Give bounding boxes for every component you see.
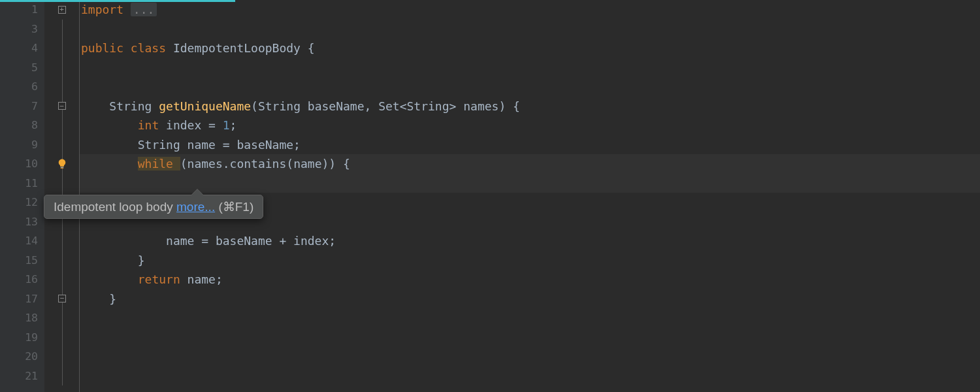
folded-region[interactable]: ... [131, 3, 157, 16]
code-line: String getUniqueName(String baseName, Se… [80, 97, 980, 116]
tooltip-shortcut: (⌘F1) [215, 200, 253, 214]
code-line [80, 367, 980, 386]
lightbulb-icon[interactable] [56, 158, 68, 170]
code-line [80, 77, 980, 97]
code-line [80, 174, 980, 193]
code-editor[interactable]: 1 3 4 5 6 7 8 9 10 11 12 13 14 15 16 17 … [0, 0, 980, 392]
line-number: 20 [0, 347, 38, 367]
code-line [80, 308, 980, 328]
code-line: import ... [80, 0, 980, 20]
code-line [80, 20, 980, 39]
line-number: 7 [0, 97, 38, 116]
line-number: 3 [0, 20, 38, 39]
line-number: 15 [0, 251, 38, 270]
line-number: 14 [0, 231, 38, 251]
code-line: while (names.contains(name)) { [80, 154, 980, 174]
code-line: name = baseName + index; [80, 231, 980, 251]
line-number: 11 [0, 174, 38, 193]
line-number: 6 [0, 77, 38, 97]
line-number-gutter: 1 3 4 5 6 7 8 9 10 11 12 13 14 15 16 17 … [0, 0, 44, 392]
code-line [80, 58, 980, 78]
fold-expand-icon[interactable] [58, 6, 66, 14]
line-number: 10 [0, 154, 38, 174]
line-number: 12 [0, 193, 38, 212]
line-number: 19 [0, 328, 38, 348]
code-line: } [80, 251, 980, 270]
code-line: int index = 1; [80, 116, 980, 135]
line-number: 18 [0, 308, 38, 328]
svg-rect-0 [61, 167, 64, 168]
line-number: 13 [0, 212, 38, 232]
code-line [80, 328, 980, 348]
inspection-warning[interactable]: while [138, 157, 180, 171]
line-number: 5 [0, 58, 38, 78]
line-number: 8 [0, 116, 38, 135]
line-number: 9 [0, 135, 38, 155]
code-line: return name; [80, 270, 980, 289]
inspection-tooltip: Idempotent loop body more... (⌘F1) [44, 195, 263, 219]
line-number: 21 [0, 367, 38, 386]
line-number: 4 [0, 39, 38, 58]
code-line: } [80, 289, 980, 309]
tooltip-more-link[interactable]: more... [176, 200, 215, 214]
line-number: 1 [0, 0, 38, 20]
code-area[interactable]: import ... public class IdempotentLoopBo… [80, 0, 980, 392]
code-line: public class IdempotentLoopBody { [80, 39, 980, 58]
code-line: String name = baseName; [80, 135, 980, 155]
fold-collapse-icon[interactable] [58, 102, 66, 110]
code-line [80, 347, 980, 367]
tooltip-text: Idempotent loop body [54, 200, 176, 214]
fold-collapse-icon[interactable] [58, 295, 66, 302]
line-number: 16 [0, 270, 38, 289]
line-number: 17 [0, 289, 38, 309]
progress-indicator [0, 0, 235, 2]
